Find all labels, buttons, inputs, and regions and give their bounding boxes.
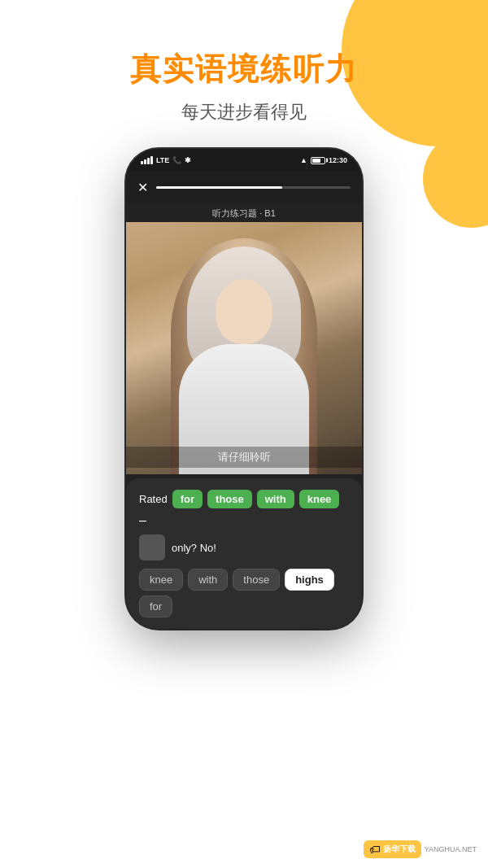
option-for[interactable]: for (139, 595, 172, 617)
selected-word-with[interactable]: with (257, 490, 294, 508)
close-button[interactable]: ✕ (137, 180, 148, 195)
status-right: ▲ 12:30 (300, 156, 347, 164)
character-figure (171, 238, 317, 474)
answer-panel: Rated for those with knee – only? No! kn… (126, 478, 362, 629)
blank-row: only? No! (139, 534, 349, 560)
phone-frame: LTE 📞 ✱ ▲ 12:30 ✕ (126, 149, 362, 629)
rated-label: Rated (139, 493, 168, 505)
signal-icon (141, 156, 153, 164)
listen-hint: 请仔细聆听 (126, 447, 362, 468)
progress-bar-container (156, 186, 351, 189)
blank-input[interactable] (139, 534, 165, 560)
phone-icon: 📞 (172, 156, 181, 164)
selected-word-for[interactable]: for (172, 490, 203, 508)
wifi-icon: ▲ (300, 156, 307, 164)
option-those[interactable]: those (233, 569, 280, 591)
only-no-text: only? No! (172, 542, 216, 554)
phone-wrapper: LTE 📞 ✱ ▲ 12:30 ✕ (0, 149, 488, 629)
level-label: 听力练习题 · B1 (126, 207, 362, 220)
selected-word-those[interactable]: those (207, 490, 252, 508)
selected-word-knee[interactable]: knee (299, 490, 340, 508)
watermark-icon: 🏷 (369, 843, 381, 856)
header-section: 真实语境练听力 每天进步看得见 (0, 0, 488, 124)
main-title: 真实语境练听力 (0, 49, 488, 90)
option-highs[interactable]: highs (285, 569, 334, 591)
watermark-url: YANGHUA.NET (425, 845, 477, 853)
dash-symbol: – (139, 513, 146, 528)
screen-content: LTE 📞 ✱ ▲ 12:30 ✕ (126, 149, 362, 629)
progress-bar-fill (156, 186, 282, 189)
network-type: LTE (156, 156, 169, 164)
watermark-badge: 🏷 扬华下载 (364, 840, 421, 858)
sub-title: 每天进步看得见 (0, 100, 488, 124)
battery-icon (311, 157, 325, 164)
option-knee[interactable]: knee (139, 569, 183, 591)
phone-notch (203, 149, 285, 167)
bluetooth-icon: ✱ (185, 156, 191, 164)
battery-fill (312, 159, 320, 163)
clock: 12:30 (329, 156, 347, 164)
answer-row-1: Rated for those with knee – (139, 490, 349, 528)
status-left: LTE 📞 ✱ (141, 156, 191, 164)
watermark: 🏷 扬华下载 YANGHUA.NET (364, 840, 477, 858)
phone-top-bar: ✕ (126, 172, 362, 203)
video-area: 请仔细聆听 (126, 222, 362, 474)
options-row: knee with those highs for (139, 569, 349, 617)
watermark-name: 扬华下载 (383, 844, 416, 855)
option-with[interactable]: with (188, 569, 228, 591)
